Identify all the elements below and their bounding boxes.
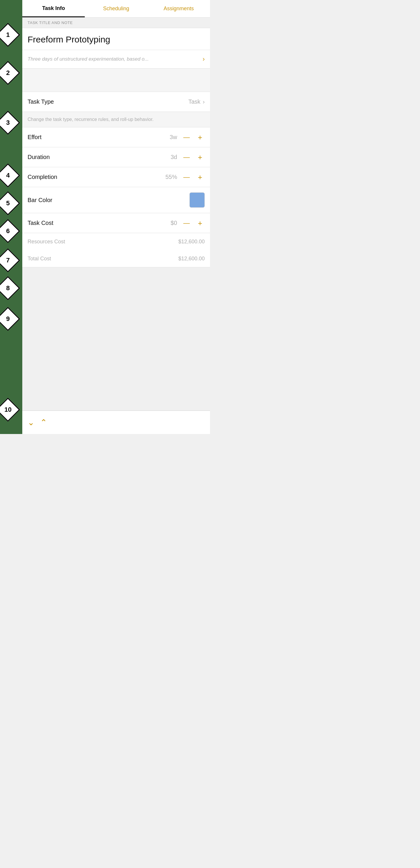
task-type-description: Change the task type, recurrence rules, … [28,117,154,122]
marker-number-4: 4 [6,172,10,179]
resources-cost-value: $12,600.00 [178,239,205,245]
task-title-row[interactable]: Freeform Prototyping [22,28,210,50]
diamond-3: 3 [0,111,20,135]
resources-cost-label: Resources Cost [28,239,178,245]
effort-increase-button[interactable]: + [195,133,205,141]
effort-label: Effort [28,134,170,141]
task-type-value: Task [188,98,200,105]
diamond-2: 2 [0,61,20,85]
bottom-toolbar: ⌄ ⌃ [22,410,210,434]
effort-decrease-button[interactable]: — [182,134,191,141]
marker-8: 8 [0,280,17,297]
marker-2: 2 [0,64,17,82]
marker-number-8: 8 [6,284,10,292]
marker-7: 7 [0,252,17,269]
diamond-7: 7 [0,248,20,272]
scroll-down-button[interactable]: ⌄ [28,417,34,427]
task-title: Freeform Prototyping [28,35,110,44]
section-label-text: TASK TITLE AND NOTE [28,21,73,25]
duration-increase-button[interactable]: + [195,153,205,161]
marker-1: 1 [0,26,17,43]
task-cost-row: Task Cost $0 — + [22,213,210,233]
resources-cost-row: Resources Cost $12,600.00 [22,233,210,250]
completion-decrease-button[interactable]: — [182,174,191,180]
marker-number-5: 5 [6,199,10,207]
note-chevron-icon: › [203,55,205,63]
tab-assignments[interactable]: Assignments [147,0,210,17]
bar-color-row[interactable]: Bar Color [22,187,210,213]
task-cost-decrease-button[interactable]: — [182,220,191,226]
main-content: Task Info Scheduling Assignments TASK TI… [22,0,210,434]
total-cost-row: Total Cost $12,600.00 [22,250,210,267]
marker-number-7: 7 [6,256,10,264]
completion-stepper-controls: — + [182,174,205,181]
total-cost-value: $12,600.00 [178,256,205,262]
task-cost-increase-button[interactable]: + [195,219,205,227]
task-type-description-row: Change the task type, recurrence rules, … [22,112,210,127]
effort-row: Effort 3w — + [22,127,210,147]
duration-value: 3d [171,154,177,160]
completion-label: Completion [28,174,165,180]
diamond-5: 5 [0,191,20,215]
tabs-bar: Task Info Scheduling Assignments [22,0,210,18]
marker-number-1: 1 [6,31,10,39]
task-cost-value: $0 [171,220,177,226]
marker-6: 6 [0,223,17,240]
cost-section: Resources Cost $12,600.00 Total Cost $12… [22,233,210,267]
scroll-up-button[interactable]: ⌃ [40,417,47,427]
note-row[interactable]: Three days of unstructured experimentati… [22,50,210,68]
diamond-10: 10 [0,398,20,422]
duration-row: Duration 3d — + [22,147,210,167]
task-cost-stepper-controls: — + [182,219,205,227]
marker-number-3: 3 [6,119,10,126]
marker-3: 3 [0,114,17,131]
marker-9: 9 [0,310,17,328]
bar-color-swatch[interactable] [190,192,205,208]
effort-value: 3w [170,134,177,141]
marker-number-6: 6 [6,227,10,235]
diamond-9: 9 [0,307,20,331]
sidebar: 1 2 3 4 5 6 [0,0,22,434]
section-label: TASK TITLE AND NOTE [22,18,210,28]
duration-decrease-button[interactable]: — [182,154,191,160]
bottom-spacer [22,267,210,410]
tab-scheduling[interactable]: Scheduling [85,0,147,17]
marker-number-10: 10 [4,406,11,413]
marker-4: 4 [0,167,17,184]
task-cost-label: Task Cost [28,220,171,226]
note-text: Three days of unstructured experimentati… [28,56,200,62]
task-type-chevron-icon: › [203,98,205,105]
bar-color-label: Bar Color [28,197,190,204]
tab-assignments-label: Assignments [164,6,194,12]
marker-number-9: 9 [6,315,10,323]
diamond-1: 1 [0,23,20,47]
tab-task-info[interactable]: Task Info [22,0,85,17]
marker-5: 5 [0,195,17,212]
completion-increase-button[interactable]: + [195,174,205,181]
total-cost-label: Total Cost [28,256,178,262]
task-type-row[interactable]: Task Type Task › [22,92,210,112]
duration-stepper-controls: — + [182,153,205,161]
tab-task-info-label: Task Info [42,5,65,11]
diamond-6: 6 [0,219,20,243]
diamond-4: 4 [0,163,20,187]
task-type-label: Task Type [28,98,188,105]
marker-number-2: 2 [6,69,10,77]
diamond-8: 8 [0,276,20,300]
marker-10: 10 [0,401,17,418]
duration-label: Duration [28,154,171,160]
note-spacer [22,68,210,92]
completion-value: 55% [165,174,177,180]
completion-row: Completion 55% — + [22,167,210,187]
effort-stepper-controls: — + [182,133,205,141]
tab-scheduling-label: Scheduling [103,6,129,12]
